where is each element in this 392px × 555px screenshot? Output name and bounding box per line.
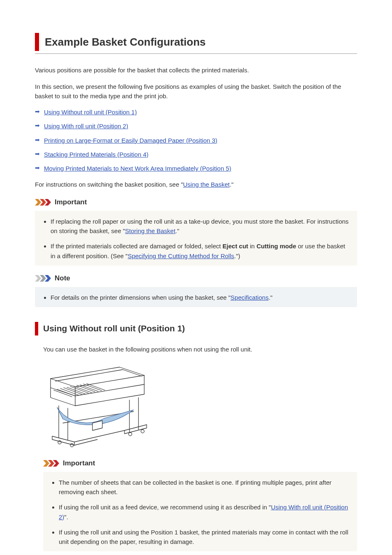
page-title: Example Basket Configurations — [45, 33, 206, 51]
note-icon — [35, 275, 51, 282]
important-icon — [35, 199, 51, 206]
text: ". — [64, 513, 68, 520]
svg-marker-10 — [43, 460, 49, 467]
switch-instructions: For instructions on switching the basket… — [35, 180, 357, 189]
svg-marker-0 — [35, 199, 41, 206]
svg-marker-3 — [35, 275, 41, 282]
important-item: If replacing the roll paper or using the… — [51, 217, 350, 236]
link-position-2[interactable]: Using With roll unit (Position 2) — [44, 123, 128, 130]
text-pre: For instructions on switching the basket… — [35, 181, 183, 188]
text-post: ." — [230, 181, 234, 188]
list-item: Printing on Large-Format or Easily Damag… — [44, 136, 357, 145]
text: If using the roll unit as a feed device,… — [59, 504, 271, 511]
bold-cutting-mode: Cutting mode — [256, 243, 296, 250]
svg-point-9 — [141, 430, 144, 433]
link-position-4[interactable]: Stacking Printed Materials (Position 4) — [44, 151, 148, 158]
important-item: The number of sheets that can be collect… — [59, 478, 350, 497]
section-title: Using Without roll unit (Position 1) — [43, 322, 185, 335]
text: ." — [269, 294, 273, 301]
link-using-basket[interactable]: Using the Basket — [183, 181, 230, 188]
text: If the printed materials collected are d… — [51, 243, 223, 250]
note-label: Note — [55, 273, 70, 284]
link-cutting-method[interactable]: Specifying the Cutting Method for Rolls — [128, 252, 234, 259]
important-box-2: The number of sheets that can be collect… — [43, 472, 357, 552]
section-accent — [35, 322, 38, 335]
important-box-1: If replacing the roll paper or using the… — [35, 211, 357, 266]
list-item: Stacking Printed Materials (Position 4) — [44, 150, 357, 159]
bold-eject-cut: Eject cut — [223, 243, 249, 250]
important-item: If using the roll unit as a feed device,… — [59, 502, 350, 522]
important-header: Important — [35, 197, 357, 208]
note-header: Note — [35, 273, 357, 284]
text: If replacing the roll paper or using the… — [51, 218, 348, 234]
section-intro: You can use the basket in the following … — [43, 345, 357, 354]
important-header-2: Important — [43, 458, 357, 469]
intro-para-2: In this section, we present the followin… — [35, 82, 357, 101]
text: ." — [175, 227, 180, 234]
svg-point-8 — [129, 432, 132, 436]
position-link-list: Using Without roll unit (Position 1) Usi… — [35, 107, 357, 173]
important-icon — [43, 460, 60, 467]
important-item: If the printed materials collected are d… — [51, 241, 350, 261]
important-item: If using the roll unit and using the Pos… — [59, 527, 350, 547]
important-label: Important — [55, 197, 87, 208]
list-item: Using With roll unit (Position 2) — [44, 121, 357, 131]
link-position-3[interactable]: Printing on Large-Format or Easily Damag… — [44, 137, 217, 144]
text: .") — [234, 252, 240, 259]
link-position-1[interactable]: Using Without roll unit (Position 1) — [44, 109, 137, 116]
section-title-wrap: Using Without roll unit (Position 1) — [35, 322, 357, 335]
note-item: For details on the printer dimensions wh… — [51, 293, 350, 302]
intro-para-1: Various positions are possible for the b… — [35, 65, 357, 75]
link-specifications[interactable]: Specifications — [231, 294, 269, 301]
list-item: Moving Printed Materials to Next Work Ar… — [44, 164, 357, 173]
text: For details on the printer dimensions wh… — [51, 294, 231, 301]
svg-point-7 — [70, 444, 74, 447]
note-box: For details on the printer dimensions wh… — [35, 287, 357, 307]
list-item: Using Without roll unit (Position 1) — [44, 107, 357, 117]
important-label: Important — [63, 458, 95, 469]
link-position-5[interactable]: Moving Printed Materials to Next Work Ar… — [44, 165, 231, 172]
text: in — [248, 243, 256, 250]
link-storing-basket[interactable]: Storing the Basket — [125, 227, 175, 234]
page-title-wrap: Example Basket Configurations — [35, 33, 357, 54]
title-accent — [35, 33, 39, 51]
printer-illustration — [43, 361, 357, 450]
